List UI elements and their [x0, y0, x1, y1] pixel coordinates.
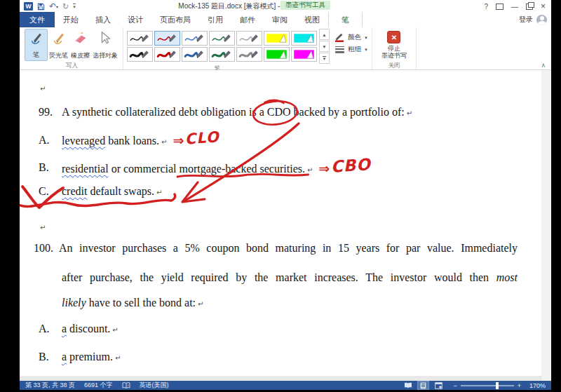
- red-ink-arrowhead: [182, 182, 205, 202]
- gallery-up-icon[interactable]: ▲: [319, 29, 330, 40]
- red-ink-underline: [176, 172, 310, 180]
- question-100-line1: 100.An investor purchases a 5% coupon bo…: [34, 241, 518, 255]
- paragraph-mark: ↵: [38, 219, 46, 235]
- black-thick-pen[interactable]: [127, 47, 153, 62]
- sign-in[interactable]: 登录: [519, 12, 551, 27]
- word-app-icon[interactable]: W: [24, 2, 33, 11]
- close-group-label: 关闭: [376, 61, 412, 69]
- minimize-icon[interactable]: —: [511, 3, 518, 11]
- blue-thick-pen[interactable]: [182, 47, 208, 62]
- question-100-line2: after purchase, the yield required by th…: [62, 270, 518, 285]
- avatar: [536, 15, 547, 25]
- pen-format-stack: 颜色▼ 粗细▼: [334, 29, 368, 64]
- select-objects-button[interactable]: 选择对象: [91, 29, 119, 61]
- option-99-a: A. leveraged bank loans.↵⇒CLO: [39, 133, 219, 149]
- tab-7[interactable]: 视图: [296, 12, 328, 27]
- word-count[interactable]: 6691 个字: [84, 381, 113, 390]
- tab-3[interactable]: 页面布局: [151, 12, 199, 27]
- restore-icon[interactable]: [526, 4, 533, 10]
- zoom-out-button[interactable]: −: [453, 382, 457, 389]
- clo-ink-label: CLO: [185, 130, 220, 147]
- paragraph-mark: ↵: [38, 80, 46, 96]
- option-100-b: B. a premium.↵: [39, 349, 121, 365]
- window-controls: ? — ×: [484, 1, 546, 11]
- color-dropdown-icon: ▼: [364, 36, 368, 40]
- write-group: 笔 荧光笔 橡皮擦 选择对象 写入: [21, 27, 123, 69]
- cbo-underlined-text: mortgage-backed securities.: [179, 163, 304, 175]
- highlighter-tool-button[interactable]: 荧光笔: [48, 29, 69, 61]
- pen-group: ▲ ▼ ▼ 颜色▼ 粗细▼ 笔: [123, 27, 372, 69]
- pen-icon: [29, 31, 44, 46]
- view-switcher: [403, 381, 444, 389]
- option-99-c: C. credit default swaps.↵: [39, 184, 162, 200]
- highlighter-icon: [51, 31, 67, 46]
- tab-file[interactable]: 文件: [20, 12, 55, 27]
- undo-dropdown-icon[interactable]: ▾: [56, 4, 58, 9]
- print-layout-icon[interactable]: [418, 381, 428, 389]
- cyan-highlighter[interactable]: [291, 31, 317, 46]
- option-100-a: A. a discount.↵: [39, 321, 119, 337]
- tab-5[interactable]: 邮件: [231, 12, 264, 27]
- document-page[interactable]: ↵ 99. A synthetic collateralized debt ob…: [20, 70, 541, 376]
- yellow-highlighter[interactable]: [264, 31, 290, 46]
- tab-strip-main: 开始插入设计页面布局引用邮件审阅视图: [55, 12, 328, 27]
- ribbon: 笔 荧光笔 橡皮擦 选择对象 写入: [20, 27, 551, 70]
- blue-fine-pen[interactable]: [182, 31, 208, 46]
- tab-4[interactable]: 引用: [199, 12, 231, 27]
- web-layout-icon[interactable]: [433, 381, 444, 389]
- silver-fine-pen[interactable]: [236, 31, 262, 46]
- red-fine-pen[interactable]: [154, 31, 180, 46]
- status-bar: 第 33 页, 共 38 页 6691 个字 英语(美国) − + 170%: [20, 381, 551, 390]
- document-area: ↵ 99. A synthetic collateralized debt ob…: [20, 70, 551, 381]
- eraser-tool-button[interactable]: 橡皮擦: [69, 29, 91, 61]
- question-99: 99. A synthetic collateralized debt obli…: [39, 104, 412, 121]
- clo-ink-arrow: ⇒: [173, 133, 184, 148]
- green-highlighter[interactable]: [264, 47, 290, 62]
- language-indicator[interactable]: 英语(美国): [140, 381, 169, 390]
- ribbon-display-options-icon[interactable]: [496, 4, 503, 10]
- tab-2[interactable]: 设计: [119, 12, 151, 27]
- help-icon[interactable]: ?: [484, 3, 488, 11]
- write-group-label: 写入: [25, 61, 119, 69]
- undo-icon[interactable]: ↶▾: [49, 3, 58, 10]
- redo-icon[interactable]: ↻: [62, 3, 69, 10]
- stop-inking-button[interactable]: ✕ 停止墨迹书写: [376, 29, 412, 61]
- zoom-in-button[interactable]: +: [518, 382, 521, 389]
- gray-thick-pen[interactable]: [236, 47, 262, 62]
- tab-pen-active[interactable]: 笔: [328, 12, 363, 27]
- zoom-slider-thumb[interactable]: [496, 382, 499, 389]
- sign-in-label: 登录: [519, 15, 533, 25]
- page-indicator[interactable]: 第 33 页, 共 38 页: [25, 381, 75, 390]
- read-mode-icon[interactable]: [403, 381, 413, 389]
- zoom-slider[interactable]: [461, 385, 514, 386]
- zoom-control: − + 170%: [453, 382, 546, 389]
- gallery-more-icon[interactable]: ▼: [319, 53, 330, 64]
- save-icon[interactable]: [37, 3, 45, 11]
- ink-color-icon: [334, 33, 345, 42]
- ink-color-button[interactable]: 颜色▼: [334, 33, 368, 42]
- red-thick-pen[interactable]: [154, 47, 180, 62]
- ink-thickness-button[interactable]: 粗细▼: [334, 45, 368, 54]
- collapse-ribbon-icon[interactable]: ∧: [541, 62, 546, 69]
- tab-0[interactable]: 开始: [55, 12, 87, 27]
- proofing-status-icon[interactable]: [122, 382, 130, 389]
- cursor-arrow-icon: [97, 31, 113, 46]
- tab-6[interactable]: 审阅: [264, 12, 296, 27]
- gallery-down-icon[interactable]: ▼: [319, 41, 330, 52]
- close-icon[interactable]: ×: [541, 1, 546, 11]
- green-fine-pen[interactable]: [209, 31, 235, 46]
- ink-tools-contextual-label: 墨迹书写工具: [280, 1, 330, 10]
- black-fine-pen[interactable]: [127, 31, 153, 46]
- tab-1[interactable]: 插入: [87, 12, 119, 27]
- cdo-circled-text: a CDO: [259, 106, 291, 118]
- thickness-dropdown-icon: ▼: [364, 48, 368, 52]
- cbo-ink-label: CBO: [330, 157, 371, 175]
- red-ink-circle: [250, 99, 300, 127]
- zoom-percentage[interactable]: 170%: [525, 382, 546, 389]
- ribbon-tail: ∧: [417, 27, 550, 69]
- green-thick-pen[interactable]: [209, 47, 235, 62]
- quick-access-toolbar: W ↶▾ ↻ ▾: [24, 2, 76, 11]
- pen-tool-button[interactable]: 笔: [25, 29, 48, 61]
- magenta-highlighter[interactable]: [291, 47, 317, 62]
- vertical-scrollbar[interactable]: [541, 70, 551, 381]
